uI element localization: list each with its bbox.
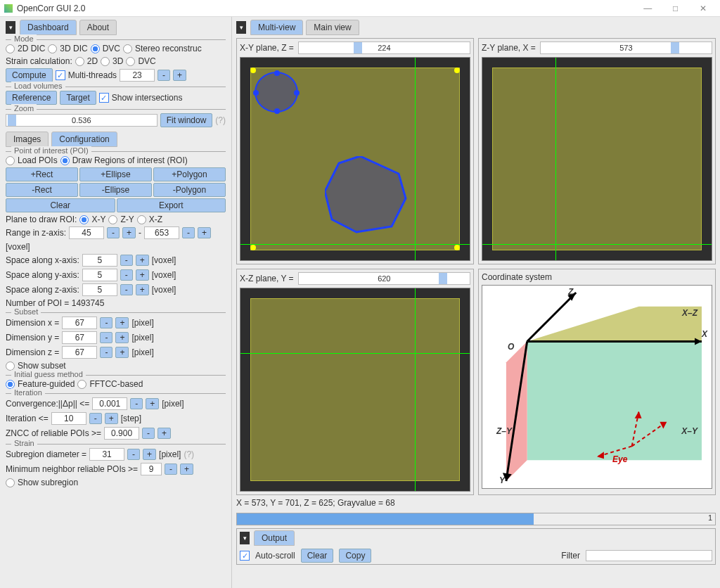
dim-y-value[interactable]: 67 <box>62 331 97 344</box>
tab-about[interactable]: About <box>79 20 117 35</box>
sub-polygon-button[interactable]: -Polygon <box>153 183 226 197</box>
output-tab[interactable]: Output <box>254 530 295 546</box>
range-z-to[interactable]: 653 <box>144 226 179 239</box>
zncc-minus[interactable]: - <box>142 428 155 439</box>
export-roi-button[interactable]: Export <box>117 198 226 212</box>
dim-x-value[interactable]: 67 <box>62 317 97 329</box>
compute-button[interactable]: Compute <box>6 68 53 82</box>
xy-slider[interactable]: 224 <box>298 41 470 54</box>
tab-configuration[interactable]: Configuration <box>51 132 117 147</box>
range-z-to-plus[interactable]: + <box>198 227 211 238</box>
tab-dashboard[interactable]: Dashboard <box>20 20 77 35</box>
xz-canvas[interactable] <box>240 288 470 492</box>
dim-x-plus[interactable]: + <box>115 317 129 328</box>
iter-minus[interactable]: - <box>89 413 102 424</box>
radio-plane-xz[interactable] <box>137 215 146 224</box>
show-subregion-checkbox[interactable] <box>6 478 15 487</box>
target-button[interactable]: Target <box>60 91 96 105</box>
space-z-minus[interactable]: - <box>120 284 133 295</box>
radio-plane-zy[interactable] <box>108 215 117 224</box>
tab-mainview[interactable]: Main view <box>306 20 359 35</box>
output-toggle[interactable]: ▾ <box>240 532 250 544</box>
dim-y-minus[interactable]: - <box>100 332 112 343</box>
radio-3d-dic[interactable] <box>48 44 57 53</box>
minimize-button[interactable]: — <box>635 4 660 13</box>
conv-minus[interactable]: - <box>130 398 143 409</box>
zy-slider[interactable]: 573 <box>540 41 712 54</box>
dim-z-minus[interactable]: - <box>100 347 112 358</box>
clear-roi-button[interactable]: Clear <box>6 198 115 212</box>
dim-y-plus[interactable]: + <box>115 332 129 343</box>
space-z-value[interactable]: 5 <box>82 283 117 296</box>
space-y-minus[interactable]: - <box>120 269 133 281</box>
space-x-plus[interactable]: + <box>136 255 149 266</box>
iter-plus[interactable]: + <box>105 413 118 424</box>
radio-feature-guided[interactable] <box>6 380 15 389</box>
radio-plane-xy[interactable] <box>79 215 89 224</box>
multithreads-value[interactable]: 23 <box>120 69 155 82</box>
radio-strain-2d[interactable] <box>75 57 84 66</box>
show-subset-checkbox[interactable] <box>6 362 15 371</box>
zoom-help[interactable]: (?) <box>215 115 226 125</box>
subdiam-plus[interactable]: + <box>143 449 156 460</box>
sub-ellipse-button[interactable]: -Ellipse <box>79 183 152 197</box>
dim-z-plus[interactable]: + <box>115 347 129 358</box>
roi-ellipse[interactable] <box>255 72 298 113</box>
add-rect-button[interactable]: +Rect <box>6 167 78 181</box>
radio-2d-dic[interactable] <box>6 44 15 53</box>
add-ellipse-button[interactable]: +Ellipse <box>79 167 152 181</box>
radio-strain-3d[interactable] <box>101 57 110 66</box>
zncc-plus[interactable]: + <box>158 428 171 439</box>
multithreads-minus[interactable]: - <box>158 70 170 81</box>
min-neigh-plus[interactable]: + <box>180 464 193 475</box>
zoom-slider[interactable]: 0.536 <box>6 114 158 127</box>
min-neigh-minus[interactable]: - <box>165 464 177 475</box>
reference-button[interactable]: Reference <box>6 91 57 105</box>
conv-value[interactable]: 0.001 <box>92 397 127 410</box>
sidebar-toggle[interactable]: ▾ <box>6 21 15 34</box>
range-z-to-minus[interactable]: - <box>182 227 195 238</box>
space-z-plus[interactable]: + <box>136 284 149 295</box>
sub-rect-button[interactable]: -Rect <box>6 183 78 197</box>
space-x-value[interactable]: 5 <box>82 254 117 267</box>
xy-canvas[interactable] <box>240 57 470 261</box>
space-y-plus[interactable]: + <box>136 269 149 281</box>
subdiam-minus[interactable]: - <box>127 449 140 460</box>
range-z-from[interactable]: 45 <box>69 226 104 239</box>
min-neigh-value[interactable]: 9 <box>141 463 162 475</box>
range-z-from-minus[interactable]: - <box>107 227 120 238</box>
radio-draw-roi[interactable] <box>60 156 70 165</box>
range-z-from-plus[interactable]: + <box>122 227 136 238</box>
space-x-minus[interactable]: - <box>120 255 133 266</box>
tab-multiview[interactable]: Multi-view <box>250 20 303 35</box>
iter-value[interactable]: 10 <box>51 412 86 425</box>
zncc-value[interactable]: 0.900 <box>104 427 139 440</box>
autoscroll-checkbox[interactable]: ✓ <box>240 551 250 561</box>
output-copy-button[interactable]: Copy <box>339 549 371 563</box>
filter-input[interactable] <box>586 550 712 561</box>
multithreads-plus[interactable]: + <box>173 70 186 81</box>
maximize-button[interactable]: □ <box>663 4 688 13</box>
roi-polygon[interactable] <box>325 156 409 234</box>
multithreads-checkbox[interactable]: ✓ <box>56 70 65 80</box>
space-y-value[interactable]: 5 <box>82 269 117 281</box>
radio-load-pois[interactable] <box>6 156 15 165</box>
subdiam-help[interactable]: (?) <box>184 449 194 459</box>
fit-window-button[interactable]: Fit window <box>160 113 213 127</box>
dim-x-minus[interactable]: - <box>100 317 112 328</box>
dim-z-value[interactable]: 67 <box>62 346 97 359</box>
add-polygon-button[interactable]: +Polygon <box>153 167 226 181</box>
xz-slider[interactable]: 620 <box>298 272 470 285</box>
close-button[interactable]: ✕ <box>690 4 716 13</box>
radio-strain-dvc[interactable] <box>126 57 135 66</box>
tab-images[interactable]: Images <box>6 132 49 147</box>
radio-dvc[interactable] <box>91 44 100 53</box>
conv-plus[interactable]: + <box>146 398 159 409</box>
radio-fftcc[interactable] <box>77 380 86 389</box>
zy-canvas[interactable] <box>482 57 712 261</box>
show-intersections-checkbox[interactable]: ✓ <box>99 93 109 103</box>
subdiam-value[interactable]: 31 <box>89 448 124 461</box>
output-clear-button[interactable]: Clear <box>301 549 334 563</box>
content-toggle[interactable]: ▾ <box>236 21 246 34</box>
radio-stereo[interactable] <box>123 44 132 53</box>
